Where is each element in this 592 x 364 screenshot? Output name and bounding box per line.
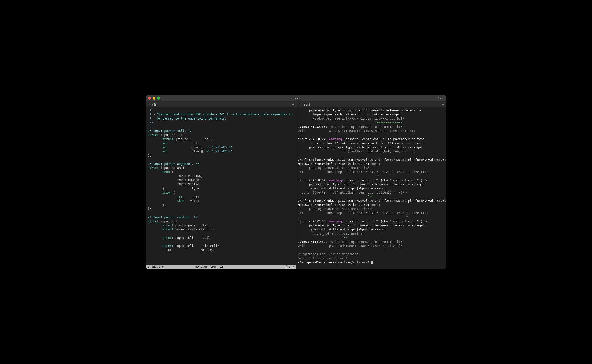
out-line: input.c:2518:37: bbox=[298, 178, 329, 182]
tab-group-right: ✕ -tcsh ≡ bbox=[296, 102, 446, 107]
out-line: ^ bbox=[298, 133, 415, 137]
out-warn: warning: bbox=[329, 178, 346, 182]
code-line: INPUT_MISSING, bbox=[148, 174, 203, 178]
code-kw: struct bbox=[148, 228, 173, 231]
out-warn: warning: bbox=[329, 220, 346, 223]
right-pane[interactable]: parameter of type 'const char *' convert… bbox=[296, 107, 446, 269]
code-line: INPUT_NUMBER, bbox=[148, 178, 201, 182]
close-tab-icon[interactable]: ✕ bbox=[148, 103, 150, 106]
code-line: INPUT_STRING bbox=[148, 182, 199, 186]
out-line: ./tmux.h:1815:38: bbox=[298, 240, 331, 244]
terminal-output[interactable]: parameter of type 'const char *' convert… bbox=[296, 107, 446, 269]
cursor-icon bbox=[371, 261, 373, 264]
terminal-window: -tcsh ⌃⌘3 ✕ vim ≡ ✕ -tcsh ≡ * * - Specia… bbox=[146, 95, 446, 269]
code-text: input_cell { bbox=[159, 133, 183, 137]
code-text: window_pane *wp; bbox=[173, 223, 210, 227]
out-line: passing argument to parameter here bbox=[298, 166, 371, 169]
code-line: /* Input parser cell. */ bbox=[148, 129, 192, 133]
vim-editor[interactable]: * * - Special handling for ESC inside a … bbox=[146, 107, 296, 265]
tab-label: vim bbox=[152, 103, 157, 106]
code-text: grid_cell cell; bbox=[173, 137, 214, 141]
out-line: input.c:2552:18: bbox=[298, 220, 329, 223]
out-line: passing 'const char *' to parameter of t… bbox=[346, 137, 425, 141]
out-warn: warning: bbox=[329, 137, 346, 141]
out-line: types with different sign [-Wpointer-sig… bbox=[298, 228, 386, 231]
status-file: 1 input.c bbox=[148, 265, 164, 268]
out-line: ^ bbox=[298, 215, 408, 219]
out-line: integer types with different sign [-Wpoi… bbox=[298, 112, 401, 116]
code-line: }; bbox=[148, 203, 166, 207]
split-panes: * * - Special handling for ESC inside a … bbox=[146, 107, 446, 269]
tab-bar: ✕ vim ≡ ✕ -tcsh ≡ bbox=[146, 102, 446, 107]
out-note: note: bbox=[331, 125, 342, 129]
code-text: set; bbox=[168, 141, 199, 145]
code-kw: union bbox=[148, 191, 172, 194]
out-line: ^ bbox=[298, 174, 379, 178]
code-text: input_param { bbox=[159, 166, 184, 169]
code-text: { bbox=[170, 170, 173, 174]
status-right: (-1 ) bbox=[285, 265, 294, 268]
out-line: make: *** [input.o] Error 1 bbox=[298, 256, 348, 260]
code-cmt: /* 1 if ACS */ bbox=[206, 145, 232, 149]
out-note: note: bbox=[371, 203, 381, 207]
out-line: /Applications/Xcode.app/Contents/Develop… bbox=[298, 199, 446, 202]
code-kw: int bbox=[148, 150, 168, 153]
out-line: passing argument to parameter here bbox=[342, 240, 404, 244]
minimize-icon[interactable] bbox=[153, 97, 155, 100]
code-kw: int bbox=[148, 141, 168, 145]
out-line: int b64_ntop __P((u_char const *, size_t… bbox=[298, 211, 428, 215]
out-note: note: bbox=[331, 240, 342, 244]
out-line: 20 warnings and 1 error generated. bbox=[298, 252, 360, 256]
out-line: passing argument to parameter here bbox=[342, 125, 404, 129]
zoom-icon[interactable] bbox=[157, 97, 160, 100]
code-kw: struct bbox=[148, 244, 173, 248]
titlebar[interactable]: -tcsh ⌃⌘3 bbox=[146, 95, 446, 102]
code-line: * bbox=[148, 109, 151, 112]
tab-tcsh[interactable]: ✕ -tcsh bbox=[296, 102, 313, 107]
out-line: ^~~ bbox=[298, 195, 373, 198]
out-note: note: bbox=[371, 162, 381, 166]
out-line: types with different sign [-Wpointer-sig… bbox=[298, 187, 386, 190]
close-tab-icon[interactable]: ✕ bbox=[298, 103, 300, 106]
hamburger-icon[interactable]: ≡ bbox=[292, 103, 294, 106]
out-line: parameter of type 'char *' converts betw… bbox=[298, 182, 425, 186]
out-line: 'const char *' bbox=[342, 109, 368, 112]
close-icon[interactable] bbox=[148, 97, 151, 100]
status-position: 59/2586 (2%), 13 bbox=[195, 265, 223, 268]
code-kw: enum bbox=[148, 170, 170, 174]
code-line: u_int old_cx; bbox=[148, 248, 214, 252]
out-line: ^~~~~~~~~~~~~~~ bbox=[298, 121, 402, 124]
code-kw: char bbox=[148, 199, 184, 202]
out-line: input.c:2518:27: bbox=[298, 137, 329, 141]
out-line: passing argument to parameter here bbox=[298, 207, 371, 211]
code-line: }; bbox=[148, 154, 151, 157]
code-kw: int bbox=[148, 195, 183, 198]
code-text: { bbox=[172, 191, 175, 194]
code-text: *str; bbox=[184, 199, 199, 202]
tab-vim[interactable]: ✕ vim bbox=[146, 102, 159, 107]
out-line: ^~~ bbox=[298, 236, 348, 240]
code-text: input_cell cell; bbox=[173, 236, 212, 240]
out-line: /Applications/Xcode.app/Contents/Develop… bbox=[298, 158, 446, 162]
code-text: input_cell old_cell; bbox=[173, 244, 219, 248]
tab-label: -tcsh bbox=[302, 103, 311, 106]
out-line: if ((outlen = b64_ntop(buf, len, out, ou… bbox=[298, 150, 421, 153]
code-kw: struct bbox=[148, 137, 173, 141]
out-line: paste_add(NULL, out, outlen); bbox=[298, 232, 366, 235]
tab-group-left: ✕ vim ≡ bbox=[146, 102, 296, 107]
hamburger-icon[interactable]: ≡ bbox=[442, 103, 444, 106]
code-kw: struct bbox=[148, 133, 159, 137]
out-line: pointers to integer types with different… bbox=[298, 145, 423, 149]
code-line: /* Input parser argument. */ bbox=[148, 162, 199, 166]
window-title: -tcsh bbox=[291, 97, 300, 100]
code-kw: int bbox=[148, 145, 168, 149]
out-line: parameter of type bbox=[298, 109, 342, 112]
code-line: * be passed to the underlying terminals. bbox=[148, 117, 227, 120]
left-pane[interactable]: * * - Special handling for ESC inside a … bbox=[146, 107, 296, 269]
out-line: ...if ((outlen = b64_ntop(buf, len, out,… bbox=[298, 191, 408, 194]
code-line: } type; bbox=[148, 187, 201, 190]
out-line: passing 'u_char *' (aka 'unsigned char *… bbox=[346, 220, 428, 223]
code-cmt: /* 1 if ACS */ bbox=[203, 150, 232, 153]
code-line: /* Input parser context. */ bbox=[148, 215, 197, 219]
code-kw: struct bbox=[148, 236, 173, 240]
